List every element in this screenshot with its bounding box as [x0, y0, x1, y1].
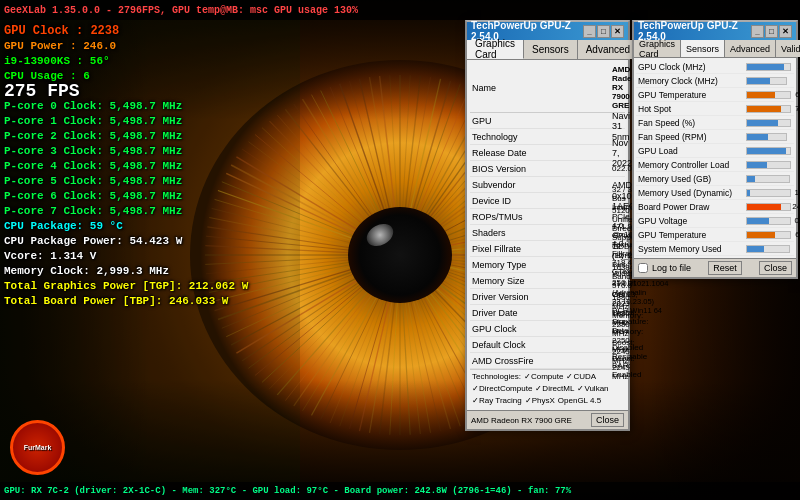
hud-core-3: P-core 3 Clock: 5,498.7 MHz — [4, 144, 316, 159]
field-subvendor: Subvendor AMD/ATI — [470, 177, 625, 193]
stab-sensors[interactable]: Sensors — [681, 40, 725, 57]
gpuz-sensors-footer: Log to file Reset Close — [634, 258, 796, 277]
hud-cpu-package: CPU Package: 59 °C — [4, 219, 316, 234]
hud-mem-clock: Memory Clock: 2,999.3 MHz — [4, 264, 316, 279]
furmark-bottom-bar: GPU: RX 7C-2 (driver: 2X-1C-C) - Mem: 32… — [0, 482, 800, 500]
field-gpu: GPU Navi 31 — [470, 113, 625, 129]
gpuz-sensors-tabs: Graphics Card Sensors Advanced Validatio… — [634, 40, 796, 58]
field-shaders: Shaders 5120 Unified DirectX Support: 12… — [470, 225, 625, 241]
field-crossfire: AMD CrossFire Disabled Resizable BAR: En… — [470, 353, 625, 369]
field-bios: BIOS Version 022.001.002.050.000001 — [470, 161, 625, 177]
gpuz-footer-gpu: AMD Radeon RX 7900 GRE — [471, 416, 572, 425]
sensor-row-9: Memory Used (Dynamic) 102 MB — [636, 186, 794, 200]
field-gpu-clock: GPU Clock 1880 MHz Memory: 2250 MHz Boos… — [470, 321, 625, 337]
sensors-reset-btn[interactable]: Reset — [708, 261, 742, 275]
gpuz-info-window[interactable]: TechPowerUp GPU-Z 2.54.0 _ □ ✕ Graphics … — [465, 20, 630, 431]
gpuz-info-content: Name AMD Radeon RX 7900 GRE AMD GPU Navi… — [467, 60, 628, 410]
hud-core-6: P-core 6 Clock: 5,498.7 MHz — [4, 189, 316, 204]
sensor-row-6: GPU Load 91 % — [636, 144, 794, 158]
gpuz-sensors-close[interactable]: ✕ — [779, 25, 792, 38]
field-memsize: Memory Size 16384 MB Bandwidth: 576.0 GB… — [470, 273, 625, 289]
hud-core-1: P-core 1 Clock: 5,498.7 MHz — [4, 114, 316, 129]
sensor-row-8: Memory Used (GB) 1337 MB — [636, 172, 794, 186]
hud-tbp: Total Board Power [TBP]: 246.033 W — [4, 294, 316, 309]
field-name-label: Name — [470, 83, 610, 93]
tab-advanced[interactable]: Advanced — [578, 40, 639, 59]
field-default-clock: Default Clock 1880 MHz Memory: 2250 MHz … — [470, 337, 625, 353]
gpuz-info-footer: AMD Radeon RX 7900 GRE Close — [467, 410, 628, 429]
hud-i9-temp: i9-13900KS : 56° — [4, 54, 316, 69]
hud-gpu-power: GPU Power : 246.0 — [4, 39, 316, 54]
sensors-close-btn[interactable]: Close — [759, 261, 792, 275]
hud-gpu-clock: GPU Clock : 2238 — [4, 24, 316, 39]
tech-label: Technologies: — [472, 372, 521, 381]
gpuz-info-minimize[interactable]: _ — [583, 25, 596, 38]
sensor-row-11: GPU Voltage 0.610 V — [636, 214, 794, 228]
field-rops: ROPs/TMUs 32 / 320 Bus Interface: PCIe x… — [470, 209, 625, 225]
furmark-version: GeeXLab 1.35.0.0 - 2796FPS, GPU temp@MB:… — [4, 5, 358, 16]
tab-sensors[interactable]: Sensors — [524, 40, 578, 59]
hud-core-4: P-core 4 Clock: 5,498.7 MHz — [4, 159, 316, 174]
furmark-topbar: GeeXLab 1.35.0.0 - 2796FPS, GPU temp@MB:… — [0, 0, 800, 20]
gpuz-info-close[interactable]: ✕ — [611, 25, 624, 38]
stab-graphics-card[interactable]: Graphics Card — [634, 40, 681, 57]
gpuz-sensors-window[interactable]: TechPowerUp GPU-Z 2.54.0 _ □ ✕ Graphics … — [632, 20, 798, 279]
stab-advanced[interactable]: Advanced — [725, 40, 776, 57]
gpuz-info-tabs: Graphics Card Sensors Advanced Validatio… — [467, 40, 628, 60]
field-driver: Driver Version 31.0.21021.1004 (Adrenali… — [470, 289, 625, 305]
gpuz-close-btn[interactable]: Close — [591, 413, 624, 427]
sensor-row-5: Fan Speed (RPM) 2547 RPM — [636, 130, 794, 144]
hud-tgp: Total Graphics Power [TGP]: 212.062 W — [4, 279, 316, 294]
field-technology: Technology 5nm Die Size: 300 mm² — [470, 129, 625, 145]
gpuz-sensors-titlebar: TechPowerUp GPU-Z 2.54.0 _ □ ✕ — [634, 22, 796, 40]
hud-fps: 275 FPS — [4, 84, 316, 99]
hud-overlay: GPU Clock : 2238 GPU Power : 246.0 i9-13… — [0, 20, 320, 380]
stab-validation[interactable]: Validation — [776, 40, 800, 57]
hud-core-7: P-core 7 Clock: 5,498.7 MHz — [4, 204, 316, 219]
log-checkbox[interactable] — [638, 263, 648, 273]
field-memtype: Memory Type GDDR6 (Hynix) Bus Width: 256… — [470, 257, 625, 273]
gpuz-info-maximize[interactable]: □ — [597, 25, 610, 38]
furmark-bottom-text: GPU: RX 7C-2 (driver: 2X-1C-C) - Mem: 32… — [4, 486, 571, 496]
field-fillrate: Pixel Fillrate 171.9 GPixels/s Texture F… — [470, 241, 625, 257]
hud-core-2: P-core 2 Clock: 5,498.7 MHz — [4, 129, 316, 144]
sensor-row-3: Hot Spot 78.0 °C — [636, 102, 794, 116]
hud-vcore: Vcore: 1.314 V — [4, 249, 316, 264]
gpuz-sensors-minimize[interactable]: _ — [751, 25, 764, 38]
sensor-row-1: Memory Clock (MHz) 2247 RPM — [636, 74, 794, 88]
hud-cpu-power: CPU Package Power: 54.423 W — [4, 234, 316, 249]
sensor-row-10: Board Power Draw 242.6 W — [636, 200, 794, 214]
hud-core-0: P-core 0 Clock: 5,498.7 MHz — [4, 99, 316, 114]
logo-circle: FurMark — [10, 420, 65, 475]
hud-core-5: P-core 5 Clock: 5,498.7 MHz — [4, 174, 316, 189]
field-device-id: Device ID 0x1002 1AEC — [470, 193, 625, 209]
gpuz-sensors-maximize[interactable]: □ — [765, 25, 778, 38]
gpuz-sensors-content: GPU Clock (MHz) 2238.0 Memory Clock (MHz… — [634, 58, 796, 258]
sensor-row-2: GPU Temperature 64.0 °C — [636, 88, 794, 102]
logo-text: FurMark — [24, 444, 52, 451]
tab-graphics-card[interactable]: Graphics Card — [467, 40, 524, 59]
sensor-rows: GPU Clock (MHz) 2238.0 Memory Clock (MHz… — [636, 60, 794, 256]
sensor-row-13: System Memory Used 6352 MB — [636, 242, 794, 256]
field-driver-date: Driver Date Oct 13, 2023 Digital Signatu… — [470, 305, 625, 321]
log-label: Log to file — [652, 263, 691, 273]
field-release: Release Date Nov 7, 2022 — [470, 145, 625, 161]
tech-row: Technologies: ✓Compute ✓CUDA ✓DirectComp… — [470, 369, 625, 407]
furmark-logo: FurMark — [10, 420, 70, 480]
